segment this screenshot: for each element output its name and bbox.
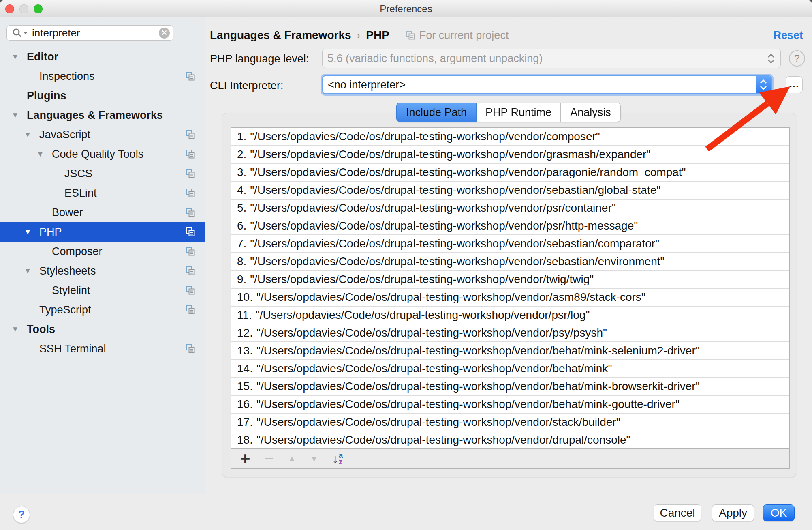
path-value: "/Users/opdavies/Code/os/drupal-testing-… [256, 326, 607, 339]
current-project-pages-icon [186, 247, 195, 256]
breadcrumb-separator-icon: › [357, 29, 361, 42]
current-project-pages-icon [186, 71, 195, 81]
ok-button[interactable]: OK [763, 504, 795, 521]
sidebar-item-inspections[interactable]: ▼ Inspections [0, 67, 205, 86]
disclosure-triangle-icon[interactable]: ▼ [24, 130, 39, 139]
sidebar-item-composer[interactable]: ▼ Composer [0, 242, 205, 261]
include-path-list: 1."/Users/opdavies/Code/os/drupal-testin… [231, 128, 789, 448]
sidebar-item-languages-frameworks[interactable]: ▼ Languages & Frameworks [0, 105, 205, 125]
search-input[interactable] [31, 26, 159, 40]
footer-bar: ? Cancel Apply OK [0, 494, 812, 530]
move-down-icon[interactable]: ▼ [310, 454, 318, 463]
path-value: "/Users/opdavies/Code/os/drupal-testing-… [256, 433, 630, 446]
tab-include-path[interactable]: Include Path [396, 103, 477, 122]
window-title: Preferences [0, 0, 812, 17]
sidebar-item-label: Stylesheets [39, 265, 96, 277]
sidebar-item-label: TypeScript [39, 304, 91, 316]
sort-alpha-icon[interactable]: ↓ a z [332, 451, 343, 466]
include-path-row[interactable]: 12."/Users/opdavies/Code/os/drupal-testi… [231, 324, 789, 342]
include-path-row[interactable]: 2."/Users/opdavies/Code/os/drupal-testin… [231, 146, 789, 164]
path-number: 14. [237, 362, 253, 375]
include-path-row[interactable]: 5."/Users/opdavies/Code/os/drupal-testin… [231, 200, 789, 217]
include-path-row[interactable]: 15."/Users/opdavies/Code/os/drupal-testi… [231, 378, 789, 396]
help-button[interactable]: ? [13, 506, 30, 523]
path-value: "/Users/opdavies/Code/os/drupal-testing-… [256, 416, 620, 428]
current-project-pages-icon [406, 30, 415, 40]
sidebar-item-stylelint[interactable]: ▼ Stylelint [0, 281, 205, 300]
breadcrumb-parent[interactable]: Languages & Frameworks [210, 29, 351, 42]
include-path-row[interactable]: 1."/Users/opdavies/Code/os/drupal-testin… [231, 128, 789, 146]
sidebar-item-eslint[interactable]: ▼ ESLint [0, 183, 205, 203]
search-icon [12, 28, 22, 38]
sidebar-item-ssh-terminal[interactable]: ▼ SSH Terminal [0, 339, 205, 358]
sidebar-item-javascript[interactable]: ▼ JavaScript [0, 125, 205, 144]
current-project-pages-icon [186, 227, 195, 237]
include-path-list-frame: 1."/Users/opdavies/Code/os/drupal-testin… [231, 127, 790, 469]
include-path-row[interactable]: 7."/Users/opdavies/Code/os/drupal-testin… [231, 235, 789, 253]
disclosure-triangle-icon[interactable]: ▼ [11, 325, 27, 334]
path-number: 5. [237, 202, 246, 214]
sidebar-item-typescript[interactable]: ▼ TypeScript [0, 300, 205, 320]
sidebar-item-label: JSCS [64, 167, 92, 180]
tab-analysis[interactable]: Analysis [561, 103, 621, 122]
main-content: Languages & Frameworks › PHP For current… [205, 17, 812, 494]
sidebar-item-plugins[interactable]: ▼ Plugins [0, 86, 205, 105]
cli-interpreter-select[interactable]: <no interpreter> [322, 75, 772, 94]
tab-label: Include Path [406, 106, 467, 119]
current-project-pages-icon [186, 305, 195, 315]
settings-sidebar: ✕ ▼ Editor ▼ Inspections ▼ Plugins [0, 17, 205, 494]
sidebar-item-php[interactable]: ▼ PHP [0, 222, 205, 242]
remove-path-icon[interactable]: − [264, 451, 274, 467]
sidebar-item-jscs[interactable]: ▼ JSCS [0, 164, 205, 183]
language-level-label: PHP language level: [210, 53, 309, 65]
scope-indicator: For current project [406, 29, 509, 42]
language-level-help-icon[interactable]: ? [789, 50, 805, 67]
disclosure-triangle-icon[interactable]: ▼ [24, 266, 39, 275]
add-path-icon[interactable]: + [240, 451, 250, 467]
include-path-row[interactable]: 8."/Users/opdavies/Code/os/drupal-testin… [231, 253, 789, 271]
sidebar-item-code-quality-tools[interactable]: ▼ Code Quality Tools [0, 144, 205, 164]
disclosure-triangle-icon[interactable]: ▼ [11, 111, 27, 120]
path-number: 7. [237, 237, 246, 250]
clear-search-icon[interactable]: ✕ [159, 28, 170, 39]
apply-button[interactable]: Apply [712, 504, 754, 521]
include-path-tabs: Include PathPHP RuntimeAnalysis [396, 103, 621, 122]
sidebar-item-label: SSH Terminal [39, 343, 106, 355]
tab-php-runtime[interactable]: PHP Runtime [477, 103, 561, 122]
sidebar-item-label: Inspections [39, 70, 95, 83]
settings-tree: ▼ Editor ▼ Inspections ▼ Plugins ▼ [0, 47, 205, 358]
settings-search-field[interactable]: ✕ [6, 25, 173, 41]
cancel-button[interactable]: Cancel [654, 504, 701, 521]
sidebar-item-tools[interactable]: ▼ Tools [0, 320, 205, 339]
move-up-icon[interactable]: ▲ [288, 454, 296, 463]
path-value: "/Users/opdavies/Code/os/drupal-testing-… [250, 255, 664, 268]
sidebar-item-editor[interactable]: ▼ Editor [0, 47, 205, 67]
tab-label: PHP Runtime [485, 106, 551, 119]
include-path-row[interactable]: 10."/Users/opdavies/Code/os/drupal-testi… [231, 289, 789, 307]
reset-link[interactable]: Reset [773, 29, 803, 42]
combo-stepper-icon[interactable] [756, 76, 771, 93]
include-path-row[interactable]: 17."/Users/opdavies/Code/os/drupal-testi… [231, 414, 789, 431]
include-path-row[interactable]: 16."/Users/opdavies/Code/os/drupal-testi… [231, 396, 789, 414]
include-path-row[interactable]: 13."/Users/opdavies/Code/os/drupal-testi… [231, 342, 789, 360]
cli-interpreter-browse-button[interactable]: ... [786, 76, 803, 93]
current-project-pages-icon [186, 169, 195, 178]
include-path-row[interactable]: 6."/Users/opdavies/Code/os/drupal-testin… [231, 217, 789, 235]
include-path-row[interactable]: 14."/Users/opdavies/Code/os/drupal-testi… [231, 360, 789, 378]
current-project-pages-icon [186, 285, 195, 295]
disclosure-triangle-icon[interactable]: ▼ [24, 227, 39, 236]
disclosure-triangle-icon[interactable]: ▼ [36, 150, 52, 159]
include-path-row[interactable]: 9."/Users/opdavies/Code/os/drupal-testin… [231, 271, 789, 289]
search-options-caret-icon[interactable] [23, 32, 28, 34]
include-path-row[interactable]: 11."/Users/opdavies/Code/os/drupal-testi… [231, 307, 789, 324]
path-value: "/Users/opdavies/Code/os/drupal-testing-… [250, 166, 686, 178]
include-path-row[interactable]: 4."/Users/opdavies/Code/os/drupal-testin… [231, 182, 789, 200]
sidebar-item-stylesheets[interactable]: ▼ Stylesheets [0, 261, 205, 281]
path-value: "/Users/opdavies/Code/os/drupal-testing-… [250, 130, 600, 143]
disclosure-triangle-icon[interactable]: ▼ [11, 52, 27, 61]
path-value: "/Users/opdavies/Code/os/drupal-testing-… [256, 398, 680, 410]
include-path-row[interactable]: 18."/Users/opdavies/Code/os/drupal-testi… [231, 431, 789, 448]
sidebar-item-bower[interactable]: ▼ Bower [0, 203, 205, 222]
language-level-select[interactable]: 5.6 (variadic functions, argument unpack… [322, 49, 781, 68]
include-path-row[interactable]: 3."/Users/opdavies/Code/os/drupal-testin… [231, 164, 789, 182]
